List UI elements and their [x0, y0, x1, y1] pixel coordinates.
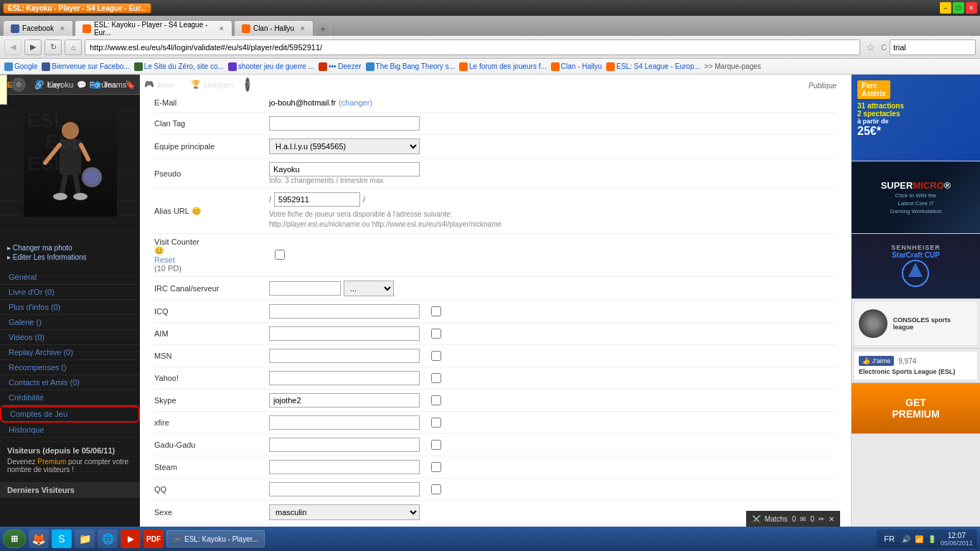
- gadu-value: [269, 438, 837, 452]
- tab-esl[interactable]: ESL: Kayoku - Player - S4 League - Eur..…: [75, 20, 232, 36]
- mail-count: 0: [810, 515, 814, 523]
- sexe-select[interactable]: masculin féminin: [269, 504, 420, 520]
- taskbar-network-icon[interactable]: 🌐: [98, 529, 118, 548]
- sidebar-item-recompenses[interactable]: Récompenses (): [0, 360, 140, 375]
- settings-icon[interactable]: ⚙: [11, 77, 26, 92]
- bookmark-deezer[interactable]: ••• Deezer: [319, 62, 362, 71]
- icq-input[interactable]: [269, 304, 420, 319]
- msn-checkbox[interactable]: [431, 351, 441, 361]
- sidebar-item-plusdinfos[interactable]: Plus d'infos (0): [0, 300, 140, 315]
- yahoo-input[interactable]: [269, 371, 420, 385]
- parc-ad[interactable]: ParcAstérix 31 attractions 2 spectacles …: [852, 75, 980, 161]
- bookmark-forum[interactable]: Le forum des joueurs f...: [459, 62, 547, 71]
- taskbar-game-icon[interactable]: ▶: [121, 529, 141, 548]
- qq-checkbox[interactable]: [431, 484, 441, 494]
- esl-nav-forums[interactable]: 💬 Forums: [71, 77, 122, 93]
- qq-label: QQ: [154, 485, 269, 494]
- bookmark-more[interactable]: >> Marque-pages: [705, 62, 761, 70]
- firefox-button[interactable]: ESL: Kayoku - Player - S4 League - Eur..…: [3, 3, 151, 14]
- gadu-checkbox[interactable]: [431, 440, 441, 450]
- help-button[interactable]: ?: [245, 77, 250, 92]
- sidebar-item-replay[interactable]: Replay Archive (0): [0, 345, 140, 360]
- bookmark-star[interactable]: ☆: [863, 42, 878, 53]
- tab-facebook[interactable]: Facebook ✕: [3, 20, 73, 36]
- sennheiser-ad[interactable]: SENNHEISER StarCraft CUP: [852, 234, 980, 299]
- msn-input[interactable]: [269, 349, 420, 363]
- supermicro-ad[interactable]: SUPERMICRO® Click to WIN the Latest Core…: [852, 161, 980, 234]
- speaker-icon[interactable]: 🔊: [902, 535, 910, 543]
- sidebar-item-comptes[interactable]: Comptes de Jeu: [0, 405, 140, 423]
- alias-input[interactable]: [274, 192, 360, 207]
- xfire-checkbox[interactable]: [431, 418, 441, 428]
- fb-like-button[interactable]: 👍 J'aime: [859, 356, 894, 366]
- sidebar-item-historique[interactable]: Historique: [0, 423, 140, 438]
- taskbar-skype-icon[interactable]: S: [52, 529, 72, 548]
- sidebar-item-galerie[interactable]: Galerie (): [0, 315, 140, 330]
- tab-close-esl[interactable]: ✕: [219, 25, 225, 32]
- edit-info-link[interactable]: Editer Les Informations: [7, 253, 133, 261]
- sidebar-item-credibilite[interactable]: Crédibilité: [0, 390, 140, 405]
- premium-link[interactable]: Premium: [37, 458, 66, 466]
- back-button[interactable]: ◀: [4, 39, 22, 55]
- bookmark-esl[interactable]: ESL: S4 League - Europ...: [606, 62, 700, 71]
- new-tab-button[interactable]: +: [315, 20, 331, 36]
- bookmark-siteduzero[interactable]: Le Site du Zéro, site co...: [134, 62, 224, 71]
- steam-checkbox[interactable]: [431, 462, 441, 472]
- esl-nav-lien[interactable]: 🔗 Lien: [29, 77, 68, 93]
- address-bar[interactable]: [85, 39, 860, 55]
- tab-close-clan[interactable]: ✕: [300, 25, 306, 32]
- sidebar-item-contacts[interactable]: Contacts et Amis (0): [0, 375, 140, 390]
- skype-checkbox[interactable]: [431, 395, 441, 405]
- bookmark-clan[interactable]: Clan - Hallyu: [551, 62, 602, 71]
- tab-close-facebook[interactable]: ✕: [60, 25, 65, 32]
- sidebar-item-livreor[interactable]: Livre d'Or (0): [0, 285, 140, 300]
- msn-value: [269, 349, 837, 363]
- taskbar-pdf-icon[interactable]: PDF: [143, 529, 164, 548]
- reset-link[interactable]: Reset: [154, 255, 269, 264]
- pseudo-input[interactable]: [269, 162, 420, 176]
- email-change-link[interactable]: (changer): [339, 98, 372, 107]
- consoles-ad[interactable]: CONSOLES sports league: [852, 299, 980, 349]
- taskbar-firefox-icon[interactable]: 🦊: [29, 529, 49, 548]
- aim-input[interactable]: [269, 326, 420, 341]
- irc-canal-input[interactable]: [269, 281, 341, 296]
- network-tray-icon[interactable]: 📶: [915, 535, 923, 543]
- gadu-input[interactable]: [269, 438, 420, 452]
- tab-clan[interactable]: Clan - Hallyu ✕: [234, 20, 314, 36]
- irc-server-select[interactable]: ...: [344, 281, 394, 296]
- taskbar-item-esl[interactable]: 🎮 ESL: Kayoku - Player...: [166, 530, 265, 547]
- bookmark-bigbang[interactable]: The Big Bang Theory s...: [366, 62, 455, 71]
- sidebar-item-general[interactable]: Général: [0, 270, 140, 285]
- bookmark-facebook[interactable]: Bienvenue sur Facebo...: [42, 62, 129, 71]
- taskbar-folder-icon[interactable]: 📁: [75, 529, 95, 548]
- minimize-button[interactable]: –: [940, 2, 951, 14]
- get-premium-ad[interactable]: GET PREMIUM: [852, 383, 980, 434]
- search-box[interactable]: [890, 39, 976, 55]
- refresh-button[interactable]: ↻: [44, 39, 62, 55]
- xfire-input[interactable]: [269, 415, 420, 430]
- yahoo-checkbox[interactable]: [431, 373, 441, 383]
- steam-input[interactable]: [269, 460, 420, 474]
- aim-checkbox[interactable]: [431, 329, 441, 339]
- start-button[interactable]: ⊞: [3, 529, 26, 548]
- close-button[interactable]: ✕: [966, 2, 977, 14]
- forward-button[interactable]: ▶: [24, 39, 42, 55]
- bookmark-shooter[interactable]: shooter jeu de guerre ...: [228, 62, 314, 71]
- icq-checkbox[interactable]: [431, 306, 441, 316]
- skype-input[interactable]: [269, 393, 420, 408]
- esl-nav-jeux[interactable]: 🎮 Jeux: [138, 77, 179, 92]
- clock[interactable]: 12:07 05/06/2011: [941, 532, 973, 547]
- close-matchs[interactable]: ✕: [829, 515, 834, 523]
- clantag-input[interactable]: [269, 116, 420, 131]
- change-photo-link[interactable]: Changer ma photo: [7, 244, 133, 252]
- esl-nav-leagues[interactable]: 🏆 Leagues: [185, 77, 240, 92]
- bookmark-google[interactable]: Google: [4, 62, 37, 71]
- esl-watermark-1: ESL: [27, 109, 66, 132]
- bookmark-icon[interactable]: 🔖: [125, 80, 136, 90]
- maximize-button[interactable]: □: [953, 2, 964, 14]
- equipe-select[interactable]: H.a.l.l.y.u (5954565): [269, 138, 420, 154]
- qq-input[interactable]: [269, 482, 420, 496]
- sidebar-item-videos[interactable]: Vidéos (0): [0, 330, 140, 345]
- home-button[interactable]: ⌂: [65, 39, 82, 55]
- visitcounter-checkbox[interactable]: [275, 250, 285, 260]
